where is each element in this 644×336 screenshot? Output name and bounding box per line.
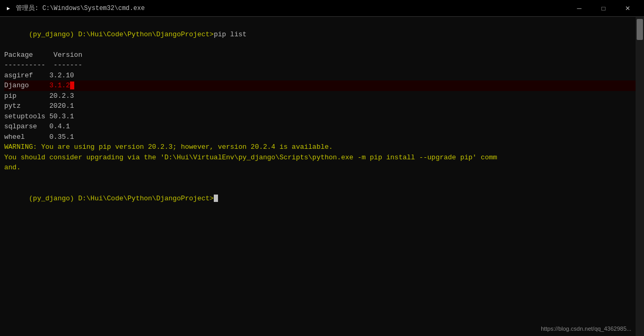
maximize-button[interactable]: □ [591,0,616,17]
pkg-setuptools: setuptools 50.3.1 [4,111,640,122]
final-prompt-text: (py_django) D:\Hui\Code\Python\DjangoPro… [29,195,214,202]
scrollbar[interactable] [636,17,644,336]
table-divider: ---------- ------- [4,60,640,70]
warning-line2b: and. [4,162,640,173]
cmd-icon: ▶ [4,4,13,13]
pkg-asgiref: asgiref 3.2.10 [4,70,640,81]
scrollbar-thumb[interactable] [637,19,643,40]
title-bar: ▶ 管理员: C:\Windows\System32\cmd.exe ─ □ ✕ [0,0,644,17]
pkg-pip: pip 20.2.3 [4,91,640,101]
pkg-wheel: wheel 0.35.1 [4,132,640,142]
pkg-django: Django 3.1.2| [4,80,640,91]
final-prompt-line: (py_django) D:\Hui\Code\Python\DjangoPro… [4,183,640,214]
table-header: Package Version [4,50,640,60]
command-line: (py_django) D:\Hui\Code\Python\DjangoPro… [4,19,640,50]
terminal-content[interactable]: (py_django) D:\Hui\Code\Python\DjangoPro… [0,17,644,336]
prompt-text: (py_django) D:\Hui\Code\Python\DjangoPro… [29,30,214,38]
watermark: https://blog.csdn.net/qq_4362985... [541,324,631,333]
warning-line2: You should consider upgrading via the 'D… [4,152,640,163]
title-bar-text: 管理员: C:\Windows\System32\cmd.exe [16,4,567,13]
cmd-window: ▶ 管理员: C:\Windows\System32\cmd.exe ─ □ ✕… [0,0,644,336]
pkg-pytz: pytz 2020.1 [4,101,640,111]
command-text: pip list [214,30,246,38]
close-button[interactable]: ✕ [616,0,640,17]
warning-line1: WARNING: You are using pip version 20.2.… [4,142,640,152]
pkg-sqlparse: sqlparse 0.4.1 [4,121,640,132]
minimize-button[interactable]: ─ [567,0,591,17]
cursor [214,195,218,202]
empty-line [4,173,640,184]
title-bar-controls: ─ □ ✕ [567,0,640,17]
